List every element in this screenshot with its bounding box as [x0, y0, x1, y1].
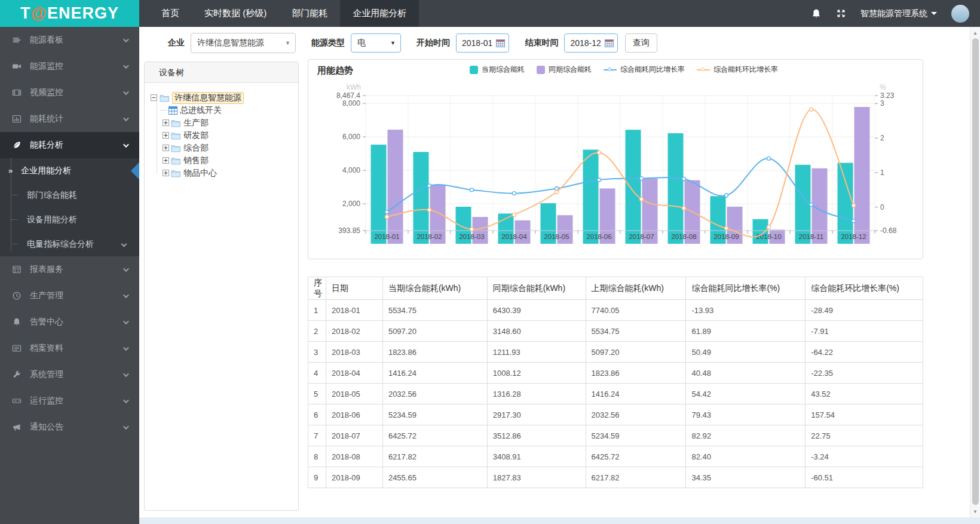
line-point-2018-08 — [682, 177, 686, 180]
chevron-down-icon — [123, 397, 129, 403]
tree-node-label[interactable]: 研发部 — [183, 130, 209, 141]
nav-tab-1[interactable]: 首页 — [149, 0, 192, 27]
tree-node-label[interactable]: 总进线开关 — [180, 105, 222, 116]
query-button[interactable]: 查询 — [625, 33, 657, 53]
expand-plus-icon[interactable] — [163, 157, 169, 164]
sidebar-item-1[interactable]: 能源看板 — [0, 27, 139, 53]
tree-node-4[interactable]: 综合部 — [148, 142, 295, 154]
energy-trend-chart-panel: 用能趋势 当期综合能耗同期综合能耗综合能耗同比增长率综合能耗环比增长率 kWh%… — [308, 59, 923, 259]
notification-bell-icon[interactable] — [811, 8, 822, 19]
nav-tab-2[interactable]: 实时数据 (秒级) — [192, 0, 279, 27]
nav-tab-3[interactable]: 部门能耗 — [279, 0, 340, 27]
tree-root-label[interactable]: 许继信息智慧能源 — [172, 92, 244, 104]
sidebar-item-9[interactable]: 档案资料 — [0, 335, 139, 361]
energy-type-label: 能源类型 — [311, 38, 345, 48]
sidebar-item-11[interactable]: 运行监控 — [0, 388, 139, 414]
sidebar-subitem-4[interactable]: 电量指标综合分析 — [0, 232, 139, 256]
sidebar-item-10[interactable]: 系统管理 — [0, 361, 139, 388]
svg-text:2018-10: 2018-10 — [756, 233, 781, 240]
table-row-3: 32018-031823.861211.935097.2050.49-64.22 — [308, 342, 923, 363]
calendar-icon — [605, 39, 614, 47]
company-select[interactable]: 许继信息智慧能源 ▼ — [191, 33, 296, 53]
scroll-up-arrow-icon[interactable]: ▲ — [970, 28, 980, 38]
expand-plus-icon[interactable] — [163, 132, 169, 139]
fullscreen-icon[interactable] — [836, 8, 846, 19]
vertical-scrollbar-thumb[interactable] — [972, 38, 979, 505]
chevron-down-icon — [123, 63, 129, 69]
bar-same-period-2018-01 — [388, 130, 403, 244]
tree-node-3[interactable]: 研发部 — [148, 129, 295, 142]
tree-node-2[interactable]: 生产部 — [148, 117, 295, 129]
tree-node-label[interactable]: 销售部 — [183, 155, 209, 166]
user-avatar[interactable] — [951, 5, 969, 23]
legend-item-4[interactable]: 综合能耗环比增长率 — [697, 65, 778, 75]
expand-plus-icon[interactable] — [163, 119, 169, 126]
app-window: T@ENERGY 首页实时数据 (秒级)部门能耗企业用能分析 智慧能源管理系统 … — [0, 0, 980, 524]
scroll-down-arrow-icon[interactable]: ▼ — [970, 507, 980, 516]
tree-node-label[interactable]: 物品中心 — [183, 168, 217, 179]
sidebar-subitem-1[interactable]: »企业用能分析 — [0, 158, 139, 183]
sidebar-item-5[interactable]: 能耗分析 — [0, 132, 139, 158]
chevron-down-icon — [123, 115, 129, 121]
table-cell: 2018-03 — [326, 342, 382, 363]
filter-bar: 企业 许继信息智慧能源 ▼ 能源类型 电 ▼ 开始时间 2018-01 — [139, 27, 970, 59]
line-point-2018-09 — [725, 194, 728, 197]
vertical-scrollbar[interactable]: ▲ ▼ — [970, 27, 980, 517]
svg-text:2018-03: 2018-03 — [459, 233, 484, 240]
table-column-header-6: 综合能耗同比增长率(%) — [686, 277, 806, 300]
sidebar-item-7[interactable]: 生产管理 — [0, 283, 139, 309]
sidebar-item-4[interactable]: 能耗统计 — [0, 106, 139, 132]
bar-current-2018-08 — [668, 133, 684, 244]
tree-node-1[interactable]: 总进线开关 — [148, 104, 295, 117]
chart-plot-area: kWh%8,467.48,0006,0004,0002,000393.853.2… — [313, 80, 918, 259]
legend-item-1[interactable]: 当期综合能耗 — [470, 65, 525, 75]
legend-item-3[interactable]: 综合能耗同比增长率 — [604, 65, 685, 75]
sidebar-item-8[interactable]: 告警中心 — [0, 309, 139, 335]
sidebar-item-6[interactable]: 报表服务 — [0, 256, 139, 283]
line-point-2018-03 — [470, 228, 474, 231]
device-tree: 许继信息智慧能源总进线开关生产部研发部综合部销售部物品中心 — [145, 83, 298, 179]
expand-plus-icon[interactable] — [163, 145, 169, 151]
end-time-label: 结束时间 — [525, 38, 558, 48]
line-point-2018-07 — [640, 177, 644, 180]
table-row-7: 72018-076425.723512.865234.5982.9222.75 — [308, 425, 923, 446]
end-date-input[interactable]: 2018-12 — [564, 33, 617, 53]
table-cell: 5534.75 — [586, 321, 686, 342]
svg-text:kWh: kWh — [347, 83, 361, 91]
tree-node-label[interactable]: 综合部 — [183, 143, 209, 154]
table-cell: 61.89 — [686, 321, 806, 342]
energy-type-select[interactable]: 电 ▼ — [351, 33, 401, 53]
sidebar-item-2[interactable]: 能源监控 — [0, 53, 139, 79]
table-cell: 2455.65 — [382, 467, 487, 488]
tree-root-node[interactable]: 许继信息智慧能源 — [148, 91, 295, 104]
system-title-dropdown[interactable]: 智慧能源管理系统 — [860, 8, 937, 19]
svg-text:2018-07: 2018-07 — [629, 233, 654, 240]
table-column-header-1: 序号 — [308, 277, 326, 300]
leaf-icon — [12, 140, 22, 150]
tree-node-label[interactable]: 生产部 — [183, 118, 209, 128]
nav-tab-4[interactable]: 企业用能分析 — [340, 0, 419, 27]
svg-text:6,000: 6,000 — [342, 133, 360, 141]
top-nav-tabs: 首页实时数据 (秒级)部门能耗企业用能分析 — [149, 0, 419, 27]
table-cell: 1823.86 — [382, 342, 487, 363]
tree-node-6[interactable]: 物品中心 — [148, 167, 295, 179]
table-cell: 5234.59 — [382, 405, 487, 425]
table-row-8: 82018-086217.823408.916425.7282.40-3.24 — [308, 446, 923, 467]
chart-legend: 当期综合能耗同期综合能耗综合能耗同比增长率综合能耗环比增长率 — [470, 65, 778, 75]
table-row-5: 52018-052032.561316.281416.2454.4243.52 — [308, 384, 923, 405]
legend-item-2[interactable]: 同期综合能耗 — [537, 65, 592, 75]
tree-node-5[interactable]: 销售部 — [148, 154, 295, 167]
table-cell: -13.93 — [686, 300, 806, 321]
svg-text:2: 2 — [880, 134, 884, 142]
sidebar-subitem-2[interactable]: 部门综合能耗 — [0, 183, 139, 207]
horizontal-scrollbar[interactable] — [139, 517, 980, 524]
svg-text:2018-06: 2018-06 — [586, 233, 611, 240]
sidebar-item-3[interactable]: 视频监控 — [0, 79, 139, 106]
sidebar-item-12[interactable]: 通知公告 — [0, 414, 139, 440]
line-point-2018-10 — [767, 225, 771, 229]
table-column-header-7: 综合能耗环比增长率(%) — [806, 277, 923, 300]
sidebar-subitem-3[interactable]: 设备用能分析 — [0, 207, 139, 232]
expand-plus-icon[interactable] — [163, 170, 169, 176]
sidebar-item-label: 运行监控 — [30, 396, 63, 406]
start-date-input[interactable]: 2018-01 — [456, 33, 509, 53]
